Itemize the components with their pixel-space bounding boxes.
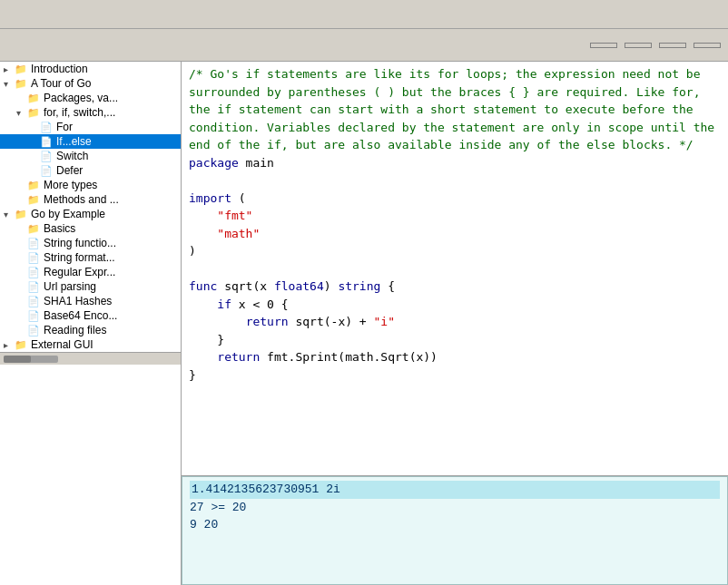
tree-icon-url-parsing: 📄 xyxy=(27,281,42,293)
sidebar-item-base64-enco[interactable]: 📄Base64 Enco... xyxy=(0,308,181,323)
tree-label-url-parsing: Url parsing xyxy=(44,280,96,293)
sidebar-item-string-format[interactable]: 📄String format... xyxy=(0,250,181,265)
tree-label-base64-enco: Base64 Enco... xyxy=(44,309,117,322)
sidebar-item-sha1-hashes[interactable]: 📄SHA1 Hashes xyxy=(0,294,181,308)
tree-icon-string-functio: 📄 xyxy=(27,238,42,249)
output-line-2: 9 20 xyxy=(190,516,720,534)
tree-label-tour-of-go: A Tour of Go xyxy=(31,77,92,90)
tree-expander-introduction: ▸ xyxy=(4,64,15,74)
font-decrease-button[interactable] xyxy=(625,43,652,48)
main-layout: ▸📁Introduction▾📁A Tour of Go📁Packages, v… xyxy=(0,62,728,585)
tree-label-defer: Defer xyxy=(56,164,83,177)
tree-icon-more-types: 📁 xyxy=(27,180,42,191)
tree-label-regular-expr: Regular Expr... xyxy=(44,266,115,278)
tree-icon-go-by-example: 📁 xyxy=(15,209,29,220)
fmt-button[interactable] xyxy=(659,43,686,48)
tree-icon-switch: 📄 xyxy=(40,151,54,162)
tree-label-basics: Basics xyxy=(44,222,75,235)
sidebar-item-external-gui[interactable]: ▸📁External GUI xyxy=(0,337,181,352)
font-increase-button[interactable] xyxy=(590,43,617,48)
tree-icon-methods-and: 📁 xyxy=(27,194,42,206)
tree-label-go-by-example: Go by Example xyxy=(31,208,105,220)
output-line-0: 1.4142135623730951 2i xyxy=(190,481,720,499)
scrollbar-thumb xyxy=(4,356,31,363)
sidebar-item-if-else[interactable]: 📄If...else xyxy=(0,134,181,149)
tree-icon-basics: 📁 xyxy=(27,223,42,235)
tree-icon-introduction: 📁 xyxy=(15,63,29,75)
tree-label-if-else: If...else xyxy=(56,135,92,148)
tree-label-reading-files: Reading files xyxy=(44,324,106,336)
toolbar xyxy=(0,29,728,62)
tree-expander-for-if-switch: ▾ xyxy=(16,108,27,118)
sidebar-item-defer[interactable]: 📄Defer xyxy=(0,163,181,178)
title-bar xyxy=(0,0,728,29)
tree-icon-string-format: 📄 xyxy=(27,252,42,264)
sidebar-item-more-types[interactable]: 📁More types xyxy=(0,178,181,192)
toolbar-left xyxy=(7,44,15,47)
sidebar-item-switch[interactable]: 📄Switch xyxy=(0,149,181,163)
output-area: 1.4142135623730951 2i27 >= 209 20 xyxy=(182,476,728,585)
tree-icon-defer: 📄 xyxy=(40,165,54,177)
tree-label-introduction: Introduction xyxy=(31,63,88,75)
tree-icon-external-gui: 📁 xyxy=(15,339,29,351)
menu-button[interactable] xyxy=(7,44,15,47)
sidebar-item-url-parsing[interactable]: 📄Url parsing xyxy=(0,279,181,294)
tree-label-switch: Switch xyxy=(56,150,88,162)
tree-label-external-gui: External GUI xyxy=(31,338,93,351)
tree-expander-go-by-example: ▾ xyxy=(4,210,15,219)
tree-label-sha1-hashes: SHA1 Hashes xyxy=(44,295,112,307)
tree-icon-base64-enco: 📄 xyxy=(27,310,42,322)
tree-icon-if-else: 📄 xyxy=(40,136,54,148)
tree-icon-tour-of-go: 📁 xyxy=(15,78,29,90)
toolbar-right xyxy=(590,43,721,48)
scrollbar-track xyxy=(4,356,58,363)
code-editor[interactable]: /* Go's if statements are like its for l… xyxy=(182,62,728,476)
content-area: /* Go's if statements are like its for l… xyxy=(182,62,728,585)
output-line-1: 27 >= 20 xyxy=(190,499,720,517)
sidebar-item-introduction[interactable]: ▸📁Introduction xyxy=(0,62,181,76)
sidebar-item-packages[interactable]: 📁Packages, va... xyxy=(0,91,181,105)
tree-label-packages: Packages, va... xyxy=(44,92,118,104)
tree-label-string-functio: String functio... xyxy=(44,237,116,249)
tree-expander-tour-of-go: ▾ xyxy=(4,79,15,89)
tree-icon-for-if-switch: 📁 xyxy=(27,107,42,119)
tree-label-for-if-switch: for, if, switch,... xyxy=(44,106,115,119)
sidebar-item-for[interactable]: 📄For xyxy=(0,120,181,134)
sidebar-item-methods-and[interactable]: 📁Methods and ... xyxy=(0,192,181,207)
sidebar-item-for-if-switch[interactable]: ▾📁for, if, switch,... xyxy=(0,105,181,120)
sidebar-item-tour-of-go[interactable]: ▾📁A Tour of Go xyxy=(0,76,181,91)
tree-label-string-format: String format... xyxy=(44,251,115,264)
sidebar-item-regular-expr[interactable]: 📄Regular Expr... xyxy=(0,265,181,279)
sidebar-item-basics[interactable]: 📁Basics xyxy=(0,221,181,236)
sidebar[interactable]: ▸📁Introduction▾📁A Tour of Go📁Packages, v… xyxy=(0,62,182,585)
tree-icon-reading-files: 📄 xyxy=(27,325,42,336)
sidebar-item-reading-files[interactable]: 📄Reading files xyxy=(0,323,181,337)
tree-expander-external-gui: ▸ xyxy=(4,340,15,350)
tree-icon-packages: 📁 xyxy=(27,93,42,104)
run-button[interactable] xyxy=(694,43,721,48)
tree-label-for: For xyxy=(56,121,73,133)
tree-icon-for: 📄 xyxy=(40,122,54,133)
tree-icon-regular-expr: 📄 xyxy=(27,267,42,278)
sidebar-scrollbar[interactable] xyxy=(0,352,181,365)
tree-icon-sha1-hashes: 📄 xyxy=(27,296,42,307)
tree-label-more-types: More types xyxy=(44,179,97,191)
sidebar-item-string-functio[interactable]: 📄String functio... xyxy=(0,236,181,250)
sidebar-item-go-by-example[interactable]: ▾📁Go by Example xyxy=(0,207,181,221)
tree-label-methods-and: Methods and ... xyxy=(44,193,119,206)
